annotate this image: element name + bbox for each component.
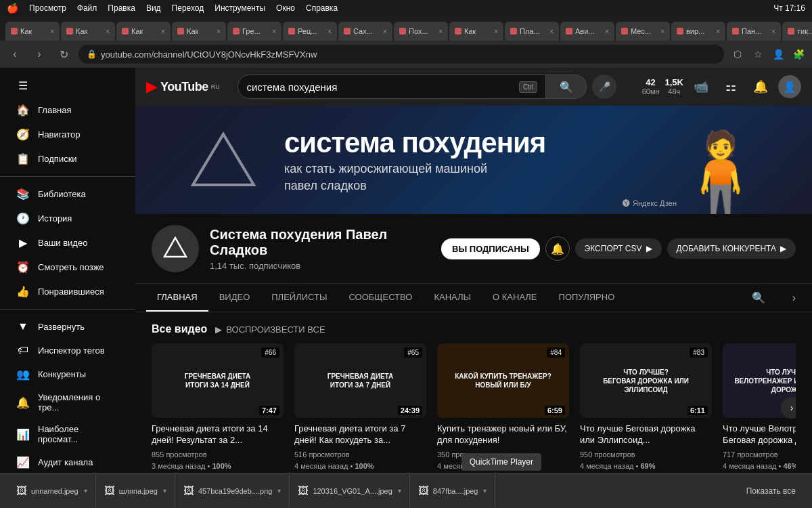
apps-button[interactable]: ⚏	[719, 75, 743, 99]
browser-tab-7[interactable]: Пох...×	[394, 22, 448, 41]
url-text[interactable]: youtube.com/channel/UCtOUY8jONcvHkF3zMSF…	[101, 49, 716, 60]
sidebar-item-12[interactable]: 📊Наиболее просмат...	[5, 419, 130, 450]
browser-tab-1[interactable]: Как×	[61, 22, 115, 41]
mic-button[interactable]: 🎤	[592, 75, 616, 99]
dl-chevron-2[interactable]: ▾	[277, 487, 281, 494]
bookmark-icon[interactable]: ☆	[750, 46, 766, 62]
dl-icon-2: 🖼	[183, 485, 194, 497]
channel-tab-видео[interactable]: ВИДЕО	[208, 284, 261, 312]
back-button[interactable]: ‹	[5, 45, 24, 64]
search-button[interactable]: 🔍	[546, 75, 587, 99]
dl-chevron-0[interactable]: ▾	[84, 487, 87, 494]
channel-actions: ВЫ ПОДПИСАНЫ 🔔 ЭКСПОРТ CSV ▶ ДОБАВИТЬ КО…	[441, 236, 796, 261]
browser-tab-2[interactable]: Как×	[116, 22, 171, 41]
export-csv-button[interactable]: ЭКСПОРТ CSV ▶	[575, 238, 662, 259]
browser-tab-9[interactable]: Пла...×	[505, 22, 559, 41]
export-csv-label: ЭКСПОРТ CSV	[585, 244, 642, 253]
sidebar-label-3: Библиотека	[38, 189, 86, 199]
forward-button[interactable]: ›	[30, 45, 49, 64]
add-competitor-button[interactable]: ДОБАВИТЬ КОНКУРЕНТА ▶	[667, 238, 796, 259]
browser-tab-4[interactable]: Гре...×	[227, 22, 281, 41]
menu-perekhod[interactable]: Переход	[172, 3, 204, 13]
browser-tab-13[interactable]: Пан...×	[727, 22, 781, 41]
menu-prosmotr[interactable]: Просмотр	[29, 3, 66, 13]
video-badge: #84	[547, 347, 565, 358]
channel-tab-каналы[interactable]: КАНАЛЫ	[423, 284, 482, 312]
dl-chevron-1[interactable]: ▾	[163, 487, 166, 494]
sidebar-item-10[interactable]: 👥Конкуренты	[5, 362, 130, 386]
sidebar-item-3[interactable]: 📚Библиотека	[5, 182, 130, 206]
url-box[interactable]: 🔒 youtube.com/channel/UCtOUY8jONcvHkF3zM…	[78, 45, 724, 64]
refresh-button[interactable]: ↻	[54, 45, 73, 64]
sidebar-item-11[interactable]: 🔔Уведомления о тре...	[5, 387, 130, 418]
video-meta: 516 просмотров 4 месяца назад • 100%	[294, 449, 426, 473]
video-title: Что лучше Беговая дорожка или Эллипсоид.…	[580, 423, 712, 446]
browser-tab-3[interactable]: Как×	[172, 22, 226, 41]
menu-pravka[interactable]: Правка	[108, 3, 135, 13]
download-item-4[interactable]: 🖼847fba....jpeg▾	[410, 473, 496, 508]
channel-tabs-right: 🔍 ›	[746, 286, 801, 310]
sidebar-item-0[interactable]: 🏠Главная	[5, 98, 130, 122]
upload-button[interactable]: 📹	[689, 75, 713, 99]
menu-spravka[interactable]: Справка	[306, 3, 338, 13]
download-item-3[interactable]: 🖼120316_VG01_A....jpeg▾	[290, 473, 409, 508]
search-input-wrap[interactable]: Ctrl	[238, 75, 546, 99]
extensions-icon[interactable]: 🧩	[790, 46, 807, 62]
browser-tab-10[interactable]: Ави...×	[560, 22, 614, 41]
channel-tab-о канале[interactable]: О КАНАЛЕ	[482, 284, 548, 312]
browser-tab-12[interactable]: вир...×	[671, 22, 725, 41]
dl-chevron-3[interactable]: ▾	[398, 487, 401, 494]
search-input[interactable]	[246, 81, 518, 93]
browser-tab-5[interactable]: Рец...×	[283, 22, 337, 41]
user-avatar[interactable]: 👤	[778, 75, 801, 98]
dl-chevron-4[interactable]: ▾	[483, 487, 487, 494]
channel-tab-главная[interactable]: ГЛАВНАЯ	[146, 284, 208, 312]
yt-logo[interactable]: ▶ YouTube RU	[146, 78, 220, 96]
sidebar-item-5[interactable]: ▶Ваши видео	[5, 231, 130, 255]
channel-tab-сообщество[interactable]: СООБЩЕСТВО	[338, 284, 423, 312]
video-card-v1[interactable]: ГРЕЧНЕВАЯ ДИЕТАИТОГИ ЗА 14 ДНЕЙ #66 7:47…	[152, 343, 284, 473]
sidebar-item-7[interactable]: 👍Понравившиеся	[5, 280, 130, 303]
channel-tab-плейлисты[interactable]: ПЛЕЙЛИСТЫ	[261, 284, 338, 312]
download-item-0[interactable]: 🖼unnamed.jpeg▾	[8, 473, 96, 508]
menu-okno[interactable]: Окно	[276, 3, 295, 13]
video-card-v4[interactable]: ЧТО ЛУЧШЕ?БЕГОВАЯ ДОРОЖКА ИЛИ ЭЛЛИПСОИД …	[580, 343, 712, 473]
sidebar-item-1[interactable]: 🧭Навигатор	[5, 123, 130, 146]
sidebar-item-9[interactable]: 🏷Инспектор тегов	[5, 339, 130, 362]
play-all-button[interactable]: ▶ ВОСПРОИЗВЕСТИ ВСЕ	[215, 324, 325, 335]
video-badge: #66	[261, 347, 279, 358]
menu-fail[interactable]: Файл	[77, 3, 97, 13]
search-tab-icon[interactable]: 🔍	[746, 286, 771, 310]
sidebar-icon-3: 📚	[16, 188, 30, 200]
browser-tab-14[interactable]: тик...×	[782, 22, 812, 41]
video-card-v2[interactable]: ГРЕЧНЕВАЯ ДИЕТАИТОГИ ЗА 7 ДНЕЙ #65 24:39…	[294, 343, 426, 473]
sidebar-item-8[interactable]: ▼Развернуть	[5, 315, 130, 338]
sidebar-item-13[interactable]: 📈Аудит канала	[5, 450, 130, 474]
apple-menu[interactable]: 🍎	[7, 3, 18, 14]
channel-tab-популярно[interactable]: ПОПУЛЯРНО	[548, 284, 626, 312]
subscribe-button[interactable]: ВЫ ПОДПИСАНЫ	[441, 238, 540, 259]
dl-icon-0: 🖼	[16, 485, 27, 497]
sidebar-item-4[interactable]: 🕐История	[5, 207, 130, 230]
download-item-1[interactable]: 🖼шляпа.jpeg▾	[96, 473, 175, 508]
channel-meta: Система похудения Павел Сладков 1,14 тыс…	[210, 227, 430, 271]
browser-tab-6[interactable]: Сах...×	[338, 22, 392, 41]
popular-tab-icon[interactable]	[773, 293, 784, 303]
browser-tab-8[interactable]: Как×	[449, 22, 503, 41]
notifications-button[interactable]: 🔔	[748, 75, 773, 99]
profile-icon[interactable]: 👤	[770, 46, 786, 62]
browser-tab-0[interactable]: Как×	[5, 22, 60, 41]
sidebar-menu-toggle[interactable]: ☰	[5, 74, 130, 98]
download-item-2[interactable]: 🖼457bca19e9deb....png▾	[175, 473, 290, 508]
next-tab-icon[interactable]: ›	[787, 287, 801, 310]
sidebar-item-2[interactable]: 📋Подписки	[5, 147, 130, 171]
menu-instrumenty[interactable]: Инструменты	[215, 3, 265, 13]
cast-icon[interactable]: ⬡	[729, 46, 746, 62]
address-bar: ‹ › ↻ 🔒 youtube.com/channel/UCtOUY8jONcv…	[0, 41, 812, 68]
browser-tab-11[interactable]: Мес...×	[616, 22, 670, 41]
notification-bell-button[interactable]: 🔔	[545, 236, 570, 261]
menu-vid[interactable]: Вид	[146, 3, 161, 13]
show-all-downloads[interactable]: Показать все	[738, 486, 804, 496]
sidebar-item-6[interactable]: ⏰Смотреть позже	[5, 255, 130, 279]
add-competitor-label: ДОБАВИТЬ КОНКУРЕНТА	[677, 244, 776, 253]
